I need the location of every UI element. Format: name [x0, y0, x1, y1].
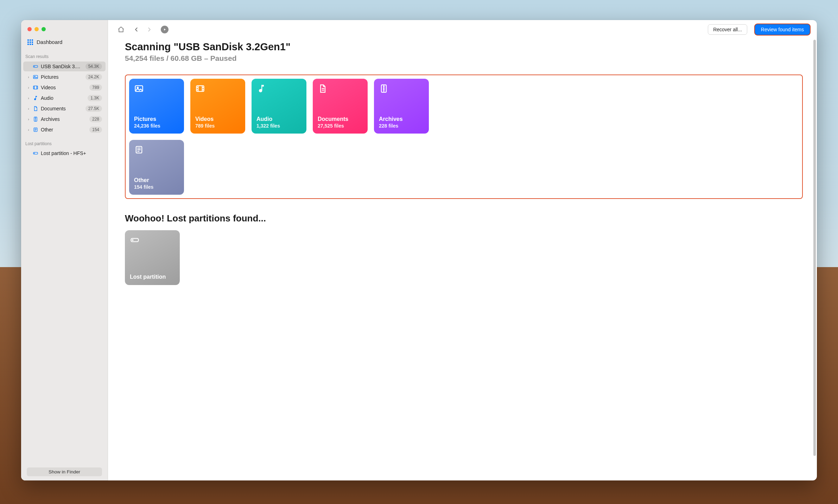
dashboard-icon	[27, 39, 33, 45]
resume-scan-button[interactable]	[161, 26, 169, 33]
sidebar-item-label: USB SanDisk 3....	[41, 64, 83, 69]
scan-status: 54,254 files / 60.68 GB – Paused	[125, 54, 803, 63]
review-found-items-button[interactable]: Review found items	[755, 24, 810, 35]
videos-icon	[32, 85, 39, 90]
card-videos[interactable]: Videos 789 files	[190, 79, 245, 134]
sidebar-item-label: Documents	[41, 106, 83, 111]
category-cards-highlight: Pictures 24,236 files Videos 789 files	[125, 75, 803, 199]
content-scroll[interactable]: Scanning "USB SanDisk 3.2Gen1" 54,254 fi…	[108, 37, 817, 480]
documents-icon	[318, 84, 363, 95]
pictures-icon	[32, 74, 39, 80]
card-sub: 789 files	[195, 123, 240, 129]
sidebar-item-label: Other	[41, 127, 87, 133]
chevron-right-icon: ›	[27, 106, 30, 111]
chevron-right-icon: ›	[27, 117, 30, 121]
audio-icon	[32, 95, 39, 101]
svg-point-1	[34, 66, 34, 66]
card-sub: 27,525 files	[318, 123, 363, 129]
card-title: Audio	[256, 116, 301, 122]
lost-partitions-section-label: Lost partitions	[21, 135, 108, 148]
dashboard-link[interactable]: Dashboard	[21, 36, 108, 48]
sidebar-item-videos[interactable]: › Videos 789	[23, 83, 106, 92]
recover-all-button[interactable]: Recover all...	[708, 24, 747, 35]
sidebar-item-count: 54.3K	[85, 63, 102, 70]
sidebar-item-label: Pictures	[41, 74, 83, 80]
card-title: Lost partition	[130, 274, 175, 280]
chevron-right-icon: ›	[27, 85, 30, 90]
card-sub: 228 files	[379, 123, 424, 129]
home-button[interactable]	[117, 26, 125, 33]
card-sub: 154 files	[134, 184, 179, 190]
sidebar-item-lost-partition[interactable]: Lost partition - HFS+	[23, 149, 106, 158]
sidebar-item-label: Lost partition - HFS+	[41, 150, 102, 156]
sidebar-item-drive[interactable]: USB SanDisk 3.... 54.3K	[23, 62, 106, 71]
category-cards: Pictures 24,236 files Videos 789 files	[129, 79, 799, 195]
card-title: Documents	[318, 116, 363, 122]
blank-disclosure	[27, 151, 30, 155]
card-title: Archives	[379, 116, 424, 122]
blank-disclosure	[27, 64, 30, 69]
card-sub: 1,322 files	[256, 123, 301, 129]
documents-icon	[32, 106, 39, 111]
chevron-right-icon: ›	[27, 96, 30, 100]
svg-point-8	[34, 153, 34, 153]
card-audio[interactable]: Audio 1,322 files	[252, 79, 306, 134]
sidebar-item-count: 228	[89, 116, 102, 122]
scan-title: Scanning "USB SanDisk 3.2Gen1"	[125, 41, 803, 53]
svg-rect-4	[33, 86, 38, 89]
pictures-icon	[134, 84, 179, 95]
drive-icon	[32, 64, 39, 69]
sidebar-item-label: Videos	[41, 85, 87, 90]
show-in-finder-button[interactable]: Show in Finder	[27, 467, 102, 476]
card-archives[interactable]: Archives 228 files	[374, 79, 429, 134]
sidebar-item-other[interactable]: › Other 154	[23, 125, 106, 135]
sidebar-item-pictures[interactable]: › Pictures 24.2K	[23, 72, 106, 82]
card-title: Pictures	[134, 116, 179, 122]
card-sub: 24,236 files	[134, 123, 179, 129]
window-controls	[21, 25, 108, 36]
videos-icon	[195, 84, 240, 95]
sidebar-item-label: Audio	[41, 95, 85, 101]
lost-partitions-heading: Woohoo! Lost partitions found...	[125, 213, 803, 224]
drive-icon	[130, 235, 175, 246]
back-button[interactable]	[133, 26, 140, 33]
forward-button	[145, 26, 153, 33]
sidebar-item-count: 154	[89, 127, 102, 133]
svg-rect-9	[135, 86, 143, 91]
audio-icon	[256, 84, 301, 95]
svg-rect-11	[197, 86, 204, 91]
card-pictures[interactable]: Pictures 24,236 files	[129, 79, 184, 134]
sidebar-item-documents[interactable]: › Documents 27.5K	[23, 104, 106, 114]
dashboard-label: Dashboard	[37, 39, 62, 45]
card-other[interactable]: Other 154 files	[129, 140, 184, 195]
chevron-right-icon: ›	[27, 128, 30, 132]
card-title: Videos	[195, 116, 240, 122]
sidebar-item-archives[interactable]: › Archives 228	[23, 114, 106, 124]
svg-rect-2	[33, 75, 38, 78]
minimize-window-button[interactable]	[34, 27, 39, 31]
main-panel: Recover all... Review found items Scanni…	[108, 20, 817, 480]
card-title: Other	[134, 177, 179, 183]
other-icon	[134, 145, 179, 156]
sidebar-item-label: Archives	[41, 116, 87, 122]
sidebar: Dashboard Scan results USB SanDisk 3....…	[21, 20, 108, 480]
archives-icon	[379, 84, 424, 95]
desktop-background: Dashboard Scan results USB SanDisk 3....…	[0, 0, 838, 504]
drive-icon	[32, 150, 39, 156]
scan-results-section-label: Scan results	[21, 48, 108, 61]
app-window: Dashboard Scan results USB SanDisk 3....…	[21, 20, 817, 480]
archives-icon	[32, 116, 39, 122]
chevron-right-icon: ›	[27, 75, 30, 79]
sidebar-item-count: 789	[89, 84, 102, 91]
fullscreen-window-button[interactable]	[42, 27, 46, 31]
card-lost-partition[interactable]: Lost partition	[125, 230, 180, 285]
sidebar-item-count: 24.2K	[85, 74, 102, 80]
scrollbar-thumb[interactable]	[813, 40, 816, 456]
other-icon	[32, 127, 39, 133]
sidebar-item-count: 1.3K	[88, 95, 102, 101]
sidebar-item-audio[interactable]: › Audio 1.3K	[23, 93, 106, 103]
card-documents[interactable]: Documents 27,525 files	[313, 79, 368, 134]
svg-point-15	[132, 240, 133, 240]
close-window-button[interactable]	[27, 27, 32, 31]
sidebar-item-count: 27.5K	[85, 105, 102, 112]
